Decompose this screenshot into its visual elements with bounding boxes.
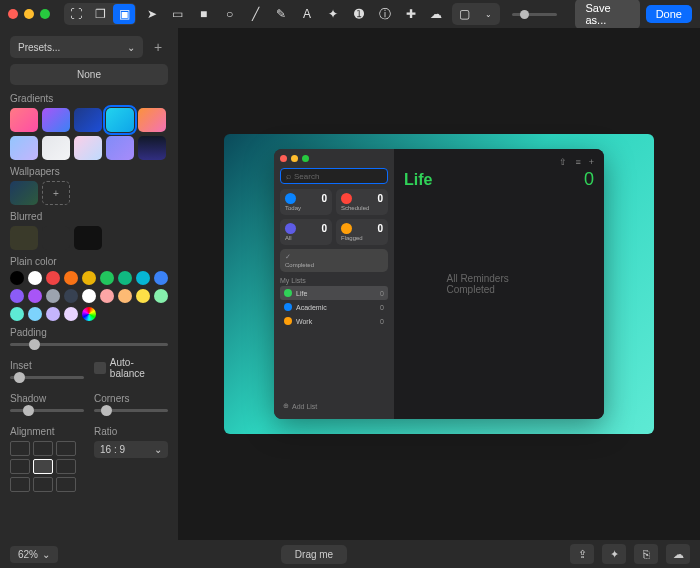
export-icon[interactable]: ⇪ (570, 544, 594, 564)
align-tr[interactable] (56, 441, 76, 456)
text-icon[interactable]: A (297, 4, 317, 24)
rect-icon[interactable]: ▭ (168, 4, 188, 24)
copy-icon[interactable]: ⎘ (634, 544, 658, 564)
color-swatch[interactable] (82, 271, 96, 285)
gradient-swatch[interactable] (10, 108, 38, 132)
color-picker-icon[interactable] (82, 307, 96, 321)
color-swatch[interactable] (118, 289, 132, 303)
color-swatch[interactable] (100, 271, 114, 285)
pointer-icon[interactable]: ➤ (142, 4, 162, 24)
color-swatch[interactable] (118, 271, 132, 285)
smart-list-card[interactable]: 0Scheduled (336, 189, 388, 215)
add-list-button[interactable]: Add List (280, 399, 388, 413)
color-swatch[interactable] (154, 289, 168, 303)
gradient-swatch[interactable] (106, 108, 134, 132)
color-swatch[interactable] (46, 271, 60, 285)
list-item[interactable]: Academic0 (280, 300, 388, 314)
color-swatch[interactable] (136, 289, 150, 303)
gradient-swatch[interactable] (138, 136, 166, 160)
color-swatch[interactable] (136, 271, 150, 285)
add-wallpaper-button[interactable]: + (42, 181, 70, 205)
align-tc[interactable] (33, 441, 53, 456)
smart-list-card[interactable]: 0Flagged (336, 219, 388, 245)
ratio-select[interactable]: 16 : 9 (94, 441, 168, 458)
smart-list-card[interactable]: 0Today (280, 189, 332, 215)
blurred-swatch[interactable] (42, 226, 70, 250)
info-icon[interactable]: ⓘ (375, 4, 395, 24)
smart-list-card[interactable]: 0All (280, 219, 332, 245)
image-mode-icon[interactable]: ▣ (113, 4, 135, 24)
list-item[interactable]: Life0 (280, 286, 388, 300)
padding-slider[interactable] (10, 343, 168, 346)
blurred-swatch[interactable] (10, 226, 38, 250)
pencil-icon[interactable]: ✎ (271, 4, 291, 24)
drag-button[interactable]: Drag me (281, 545, 347, 564)
menu-icon[interactable]: ≡ (575, 157, 580, 167)
gradient-swatch[interactable] (138, 108, 166, 132)
align-br[interactable] (56, 477, 76, 492)
app-close-dot[interactable] (280, 155, 287, 162)
line-icon[interactable]: ╱ (245, 4, 265, 24)
gradient-swatch[interactable] (106, 136, 134, 160)
align-mr[interactable] (56, 459, 76, 474)
cloud-icon[interactable]: ☁ (426, 4, 446, 24)
align-bc[interactable] (33, 477, 53, 492)
align-mc[interactable] (33, 459, 53, 474)
presets-select[interactable]: Presets... (10, 36, 143, 58)
gradient-swatch[interactable] (74, 136, 102, 160)
shadow-slider[interactable] (10, 409, 84, 412)
zoom-dot[interactable] (40, 9, 50, 19)
auto-balance-checkbox[interactable]: Auto-balance (94, 357, 168, 379)
color-swatch[interactable] (28, 271, 42, 285)
canvas-background[interactable]: Search 0Today0Scheduled0All0Flagged ✓ Co… (224, 134, 654, 434)
close-dot[interactable] (8, 9, 18, 19)
color-swatch[interactable] (64, 271, 78, 285)
align-tl[interactable] (10, 441, 30, 456)
gradient-swatch[interactable] (42, 136, 70, 160)
none-button[interactable]: None (10, 64, 168, 85)
color-swatch[interactable] (28, 289, 42, 303)
color-swatch[interactable] (10, 289, 24, 303)
focus-icon[interactable]: ✦ (323, 4, 343, 24)
color-swatch[interactable] (64, 289, 78, 303)
corners-slider[interactable] (94, 409, 168, 412)
color-swatch[interactable] (46, 307, 60, 321)
layers-icon[interactable]: ❐ (89, 4, 111, 24)
completed-card[interactable]: ✓ Completed (280, 249, 388, 272)
color-swatch[interactable] (100, 289, 114, 303)
inset-slider[interactable] (10, 376, 84, 379)
save-as-button[interactable]: Save as... (575, 0, 639, 29)
add-reminder-icon[interactable]: + (589, 157, 594, 167)
color-swatch[interactable] (10, 307, 24, 321)
color-swatch[interactable] (82, 289, 96, 303)
list-item[interactable]: Work0 (280, 314, 388, 328)
align-bl[interactable] (10, 477, 30, 492)
wallpaper-swatch[interactable] (10, 181, 38, 205)
zoom-select[interactable]: 62% (10, 546, 58, 563)
pin-icon[interactable]: ✦ (602, 544, 626, 564)
circle-icon[interactable]: ○ (220, 4, 240, 24)
align-ml[interactable] (10, 459, 30, 474)
minimize-dot[interactable] (24, 9, 34, 19)
color-swatch[interactable] (10, 271, 24, 285)
color-swatch[interactable] (46, 289, 60, 303)
crop-icon[interactable]: ⛶ (65, 4, 87, 24)
blurred-swatch[interactable] (74, 226, 102, 250)
color-swatch[interactable] (154, 271, 168, 285)
upload-icon[interactable]: ☁ (666, 544, 690, 564)
gradient-swatch[interactable] (74, 108, 102, 132)
done-button[interactable]: Done (646, 5, 692, 23)
gradient-swatch[interactable] (10, 136, 38, 160)
share-icon[interactable]: ⇧ (559, 157, 567, 167)
add-preset-button[interactable]: + (148, 36, 168, 58)
app-zoom-dot[interactable] (302, 155, 309, 162)
gradient-swatch[interactable] (42, 108, 70, 132)
app-min-dot[interactable] (291, 155, 298, 162)
color-swatch[interactable] (64, 307, 78, 321)
color-swatch[interactable] (28, 307, 42, 321)
search-input[interactable]: Search (280, 168, 388, 184)
counter-icon[interactable]: ➊ (349, 4, 369, 24)
fill-rect-icon[interactable]: ■ (194, 4, 214, 24)
redact-icon[interactable]: ✚ (401, 4, 421, 24)
opacity-slider[interactable] (512, 13, 557, 16)
